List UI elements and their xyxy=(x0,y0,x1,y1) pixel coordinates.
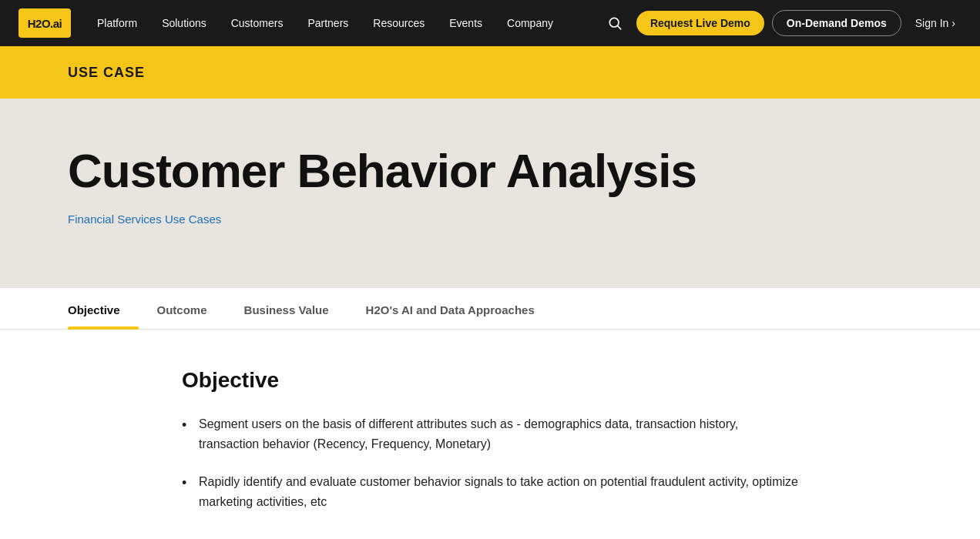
nav-item-platform[interactable]: Platform xyxy=(86,11,148,35)
nav-item-company[interactable]: Company xyxy=(496,11,564,35)
logo-text: H2O.ai xyxy=(28,17,62,30)
list-item: Segment users on the basis of different … xyxy=(182,414,798,454)
tabs-section: Objective Outcome Business Value H2O's A… xyxy=(0,288,980,330)
on-demand-demos-button[interactable]: On-Demand Demos xyxy=(772,10,901,36)
nav-item-customers[interactable]: Customers xyxy=(220,11,294,35)
sign-in-link[interactable]: Sign In › xyxy=(909,11,962,35)
chevron-right-icon: › xyxy=(951,17,955,29)
list-item: Rapidly identify and evaluate customer b… xyxy=(182,472,798,511)
tabs-row: Objective Outcome Business Value H2O's A… xyxy=(68,288,912,329)
svg-point-0 xyxy=(609,18,619,27)
nav-item-solutions[interactable]: Solutions xyxy=(151,11,217,35)
content-section: Objective Segment users on the basis of … xyxy=(0,330,980,539)
request-live-demo-button[interactable]: Request Live Demo xyxy=(636,11,764,35)
nav-item-resources[interactable]: Resources xyxy=(362,11,435,35)
sign-in-label: Sign In xyxy=(915,17,949,29)
nav-actions: Request Live Demo On-Demand Demos Sign I… xyxy=(601,9,962,37)
content-heading: Objective xyxy=(182,368,798,393)
page-title: Customer Behavior Analysis xyxy=(68,145,912,197)
logo[interactable]: H2O.ai xyxy=(18,8,71,38)
search-button[interactable] xyxy=(601,9,629,37)
use-case-banner: USE CASE xyxy=(0,46,980,99)
search-icon xyxy=(607,15,623,31)
tab-objective[interactable]: Objective xyxy=(68,288,139,329)
nav-links: Platform Solutions Customers Partners Re… xyxy=(86,11,601,35)
navbar: H2O.ai Platform Solutions Customers Part… xyxy=(0,0,980,46)
tab-outcome[interactable]: Outcome xyxy=(139,288,226,329)
nav-item-events[interactable]: Events xyxy=(438,11,493,35)
hero-section: Customer Behavior Analysis Financial Ser… xyxy=(0,99,980,288)
tab-business-value[interactable]: Business Value xyxy=(226,288,347,329)
content-list: Segment users on the basis of different … xyxy=(182,414,798,511)
hero-subtitle-link[interactable]: Financial Services Use Cases xyxy=(68,213,221,226)
use-case-label: USE CASE xyxy=(68,65,145,81)
nav-item-partners[interactable]: Partners xyxy=(297,11,359,35)
svg-line-1 xyxy=(618,26,622,30)
tab-ai-approaches[interactable]: H2O's AI and Data Approaches xyxy=(347,288,553,329)
content-inner: Objective Segment users on the basis of … xyxy=(182,368,798,511)
